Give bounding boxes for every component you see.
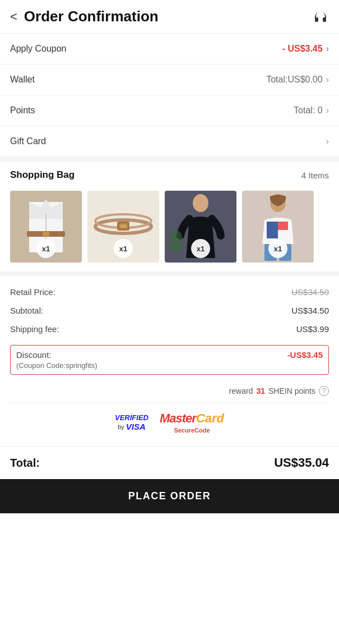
svg-point-13 — [169, 230, 183, 252]
total-label: Total: — [10, 457, 40, 470]
subtotal-row: Subtotal: US$34.50 — [10, 301, 329, 320]
page-title: Order Confirmation — [24, 8, 159, 25]
headphone-icon[interactable] — [312, 8, 329, 25]
info-icon[interactable]: ? — [319, 386, 329, 396]
mastercard-logo: MasterCard SecureCode — [160, 411, 224, 434]
discount-price-row: Discount: (Coupon Code:springfits) -US$3… — [10, 338, 329, 381]
visa-verified-logo: VERIFIED by VISA — [115, 413, 148, 431]
subtotal-label: Subtotal: — [10, 306, 43, 315]
discount-label-group: Discount: (Coupon Code:springfits) — [16, 350, 97, 370]
header: < Order Confirmation — [0, 0, 339, 34]
coupon-code-text: (Coupon Code:springfits) — [16, 361, 97, 370]
product-thumb-3[interactable]: x1 — [165, 191, 236, 263]
discount-row-inner: Discount: (Coupon Code:springfits) -US$3… — [16, 350, 323, 370]
items-count: 4 Items — [301, 171, 329, 180]
back-button[interactable]: < — [10, 10, 17, 24]
svg-rect-16 — [267, 222, 278, 238]
giftcard-row[interactable]: Gift Card › — [0, 126, 339, 157]
points-value-group: Total: 0 › — [294, 105, 329, 116]
discount-label: Discount: — [16, 350, 97, 360]
wallet-chevron: › — [326, 75, 329, 85]
points-label: Points — [10, 105, 35, 116]
giftcard-label: Gift Card — [10, 136, 46, 146]
svg-rect-17 — [278, 222, 288, 230]
by-visa-text: by VISA — [118, 422, 146, 431]
total-amount: US$35.04 — [274, 456, 329, 470]
shopping-bag-title: Shopping Bag — [10, 169, 75, 181]
product-qty-4: x1 — [268, 239, 287, 258]
coupon-row[interactable]: Apply Coupon - US$3.45 › — [0, 34, 339, 65]
retail-price-label: Retail Price: — [10, 287, 55, 297]
wallet-value-group: Total:US$0.00 › — [266, 75, 329, 85]
points-value: Total: 0 — [294, 105, 323, 116]
wallet-value: Total:US$0.00 — [266, 75, 323, 85]
discount-value: -US$3.45 — [287, 350, 323, 360]
product-thumb-4[interactable]: x1 — [242, 191, 314, 263]
shopping-bag-header: Shopping Bag 4 Items — [0, 162, 339, 186]
svg-rect-18 — [278, 230, 288, 238]
reward-text-post: SHEIN points — [268, 387, 315, 395]
giftcard-chevron: › — [326, 136, 329, 146]
subtotal-value: US$34.50 — [291, 306, 329, 315]
discount-box: Discount: (Coupon Code:springfits) -US$3… — [10, 345, 329, 375]
points-chevron: › — [326, 105, 329, 116]
coupon-value-group: - US$3.45 › — [282, 44, 329, 54]
header-left: < Order Confirmation — [10, 8, 159, 25]
price-section: Retail Price: US$34.50 Subtotal: US$34.5… — [0, 272, 339, 446]
retail-price-value: US$34.50 — [291, 287, 329, 297]
product-thumb-1[interactable]: x1 — [10, 191, 82, 263]
mastercard-text: Master — [160, 411, 196, 426]
wallet-row[interactable]: Wallet Total:US$0.00 › — [0, 65, 339, 95]
products-row: x1 x1 x1 — [0, 186, 339, 272]
place-order-button[interactable]: PLACE ORDER — [0, 479, 339, 513]
mastercard-text2: Card — [196, 411, 224, 426]
securecode-text: SecureCode — [174, 427, 210, 434]
reward-row: reward 31 SHEIN points ? — [10, 381, 329, 398]
coupon-chevron: › — [326, 44, 329, 54]
svg-rect-5 — [43, 232, 49, 236]
product-qty-3: x1 — [191, 239, 210, 258]
giftcard-chevron-group: › — [326, 136, 329, 146]
retail-price-row: Retail Price: US$34.50 — [10, 283, 329, 301]
points-row[interactable]: Points Total: 0 › — [0, 95, 339, 126]
svg-point-12 — [193, 194, 208, 212]
product-thumb-2[interactable]: x1 — [87, 191, 159, 263]
shipping-row: Shipping fee: US$3.99 — [10, 320, 329, 338]
reward-points-value: 31 — [256, 387, 265, 395]
coupon-label: Apply Coupon — [10, 44, 67, 54]
reward-text-pre: reward — [229, 387, 253, 395]
total-bar: Total: US$35.04 — [0, 446, 339, 479]
wallet-label: Wallet — [10, 75, 35, 85]
verified-text: VERIFIED — [115, 413, 148, 422]
section-divider — [0, 157, 339, 162]
product-qty-2: x1 — [114, 239, 133, 258]
shipping-value: US$3.99 — [296, 324, 329, 334]
product-qty-1: x1 — [36, 239, 55, 258]
payment-logos: VERIFIED by VISA MasterCard SecureCode — [10, 403, 329, 439]
svg-rect-10 — [120, 224, 127, 228]
coupon-value: - US$3.45 — [282, 44, 323, 54]
shipping-label: Shipping fee: — [10, 324, 59, 334]
